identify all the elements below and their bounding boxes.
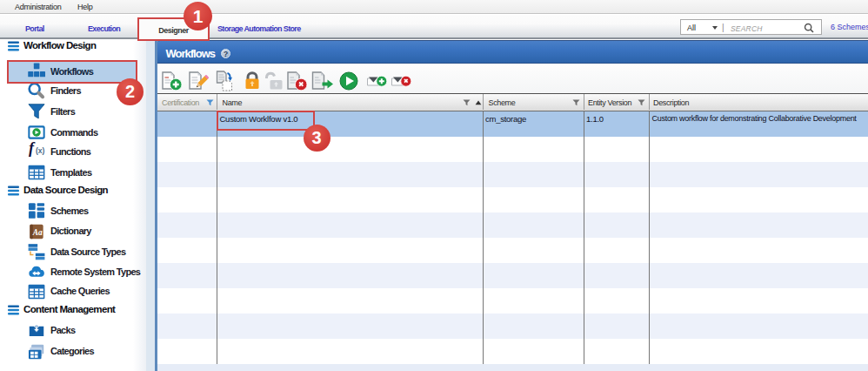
svg-text:Aa: Aa [32, 227, 43, 236]
